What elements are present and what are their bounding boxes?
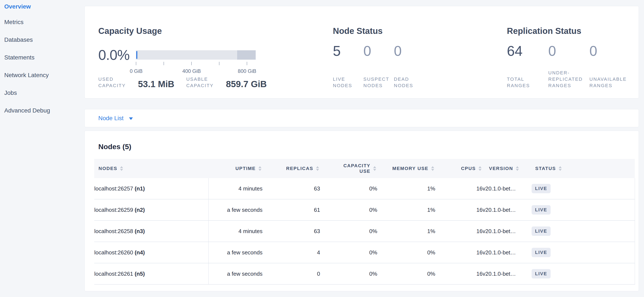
axis-label-800: 800 GiB <box>230 68 264 74</box>
node-memory-use: 0% <box>377 242 435 263</box>
total-ranges-label: TOTAL RANGES <box>507 76 541 89</box>
sidebar-item-label: Databases <box>4 36 33 43</box>
node-replicas: 4 <box>262 242 320 263</box>
capacity-bar-used <box>136 51 137 59</box>
node-memory-use: 1% <box>377 199 435 221</box>
live-nodes-label: LIVE NODES <box>333 76 360 89</box>
axis-tick <box>191 62 192 65</box>
total-ranges-value: 64 <box>507 43 522 59</box>
status-badge: LIVE <box>532 184 550 193</box>
node-id: (n2) <box>134 207 145 213</box>
unavailable-ranges-label: UNAVAILABLE RANGES <box>590 76 638 89</box>
column-header-memory-use[interactable]: MEMORY USE <box>377 159 435 178</box>
axis-tick <box>247 62 247 65</box>
node-uptime: a few seconds <box>208 242 262 263</box>
node-capacity-use: 0% <box>320 199 377 221</box>
table-header-row: NODES UPTIME REPLICAS CAPACITY USE MEMOR… <box>94 159 635 178</box>
axis-label-400: 400 GiB <box>174 68 208 74</box>
status-badge: LIVE <box>532 248 550 257</box>
node-list-dropdown-label: Node List <box>98 115 124 122</box>
column-header-cpus[interactable]: CPUS <box>435 159 482 178</box>
node-memory-use: 0% <box>377 263 435 285</box>
suspect-nodes-label: SUSPECT NODES <box>363 76 391 89</box>
live-nodes-value: 5 <box>333 43 341 59</box>
caret-down-icon <box>129 117 133 120</box>
under-replicated-ranges-value: 0 <box>548 43 556 59</box>
node-replicas: 63 <box>262 178 320 199</box>
node-list-card: Node List <box>84 109 639 127</box>
replication-status-section: Replication Status 64 0 0 TOTAL RANGES U… <box>507 6 639 98</box>
node-address: localhost:26259 (n2) <box>94 199 208 221</box>
unavailable-ranges-value: 0 <box>590 43 597 59</box>
node-uptime: a few seconds <box>208 199 262 221</box>
sidebar-item-metrics[interactable]: Metrics <box>0 13 84 31</box>
table-row-n5: localhost:26261 (n5) a few seconds 0 0% … <box>94 263 635 285</box>
node-memory-use: 1% <box>377 178 435 199</box>
table-row-n1: localhost:26257 (n1) 4 minutes 63 0% 1% … <box>94 178 635 199</box>
node-uptime: 4 minutes <box>208 178 262 199</box>
nodes-table: NODES UPTIME REPLICAS CAPACITY USE MEMOR… <box>94 159 635 285</box>
axis-label-0: 0 GiB <box>119 68 153 74</box>
sort-icon <box>478 166 482 171</box>
sort-icon <box>258 166 262 171</box>
status-badge: LIVE <box>532 205 550 215</box>
table-row-n2: localhost:26259 (n2) a few seconds 61 0%… <box>94 199 635 221</box>
column-header-uptime[interactable]: UPTIME <box>208 159 262 178</box>
sidebar-item-label: Statements <box>4 54 34 61</box>
sidebar-item-label: Metrics <box>4 19 24 25</box>
nodes-table-title: Nodes (5) <box>98 142 639 151</box>
replication-status-title: Replication Status <box>507 26 581 36</box>
used-capacity-label: USED CAPACITY <box>98 76 130 89</box>
node-status-cell: LIVE <box>532 199 635 221</box>
dead-nodes-label: DEAD NODES <box>394 76 422 89</box>
axis-tick <box>136 62 136 65</box>
table-row-n4: localhost:26260 (n4) a few seconds 4 0% … <box>94 242 635 263</box>
capacity-percent: 0.0% <box>98 47 130 63</box>
node-list-dropdown[interactable]: Node List <box>98 115 133 122</box>
node-version: v20.1.0-bet… <box>482 199 532 221</box>
replication-metrics: 64 0 0 <box>507 43 597 59</box>
capacity-usage-section: Capacity Usage 0.0% 0 GiB 400 GiB <box>98 6 333 98</box>
node-address: localhost:26257 (n1) <box>94 178 208 199</box>
node-replicas: 63 <box>262 221 320 242</box>
sort-icon <box>430 166 435 171</box>
sidebar-item-label: Overview <box>4 3 31 10</box>
node-cpus: 16 <box>435 242 482 263</box>
usable-capacity-value: 859.7 GiB <box>226 79 266 89</box>
column-header-status[interactable]: STATUS <box>532 159 635 178</box>
column-header-version[interactable]: VERSION <box>482 159 532 178</box>
node-status-section: Node Status 5 0 0 LIVE NODES SUSPECT NOD… <box>333 6 507 98</box>
node-uptime: a few seconds <box>208 263 262 285</box>
used-capacity-value: 53.1 MiB <box>138 79 174 89</box>
column-header-nodes[interactable]: NODES <box>94 159 208 178</box>
sidebar-item-label: Jobs <box>4 89 17 96</box>
suspect-nodes-value: 0 <box>363 43 371 59</box>
node-cpus: 16 <box>435 221 482 242</box>
node-version: v20.1.0-bet… <box>482 221 532 242</box>
sidebar-item-advanced-debug[interactable]: Advanced Debug <box>0 102 84 119</box>
usable-capacity-label: USABLE CAPACITY <box>186 76 218 89</box>
column-header-capacity-use[interactable]: CAPACITY USE <box>320 159 377 178</box>
node-capacity-use: 0% <box>320 178 377 199</box>
node-status-labels: LIVE NODES SUSPECT NODES DEAD NODES <box>333 76 424 89</box>
sidebar-item-network-latency[interactable]: Network Latency <box>0 66 84 84</box>
table-row-n3: localhost:26258 (n3) 4 minutes 63 0% 1% … <box>94 221 635 242</box>
node-memory-use: 1% <box>377 221 435 242</box>
column-header-replicas[interactable]: REPLICAS <box>262 159 320 178</box>
node-replicas: 0 <box>262 263 320 285</box>
cluster-overview-page: Overview Metrics Databases Statements Ne… <box>0 0 644 297</box>
node-cpus: 16 <box>435 178 482 199</box>
sidebar: Overview Metrics Databases Statements Ne… <box>0 0 84 119</box>
capacity-gauge: 0.0% 0 GiB 400 GiB 800 GiB <box>98 46 256 64</box>
under-replicated-ranges-label: UNDER-REPLICATED RANGES <box>548 70 588 89</box>
sidebar-item-jobs[interactable]: Jobs <box>0 84 84 102</box>
node-id: (n4) <box>134 249 145 256</box>
sort-icon <box>515 166 520 171</box>
node-version: v20.1.0-bet… <box>482 263 532 285</box>
sidebar-item-statements[interactable]: Statements <box>0 48 84 66</box>
sidebar-item-overview[interactable]: Overview <box>0 0 84 13</box>
sort-icon <box>372 166 377 171</box>
sidebar-item-databases[interactable]: Databases <box>0 31 84 48</box>
axis-tick <box>219 62 220 65</box>
nodes-table-card: Nodes (5) NODES UPTIME REPLICAS CAPACITY… <box>84 131 639 291</box>
